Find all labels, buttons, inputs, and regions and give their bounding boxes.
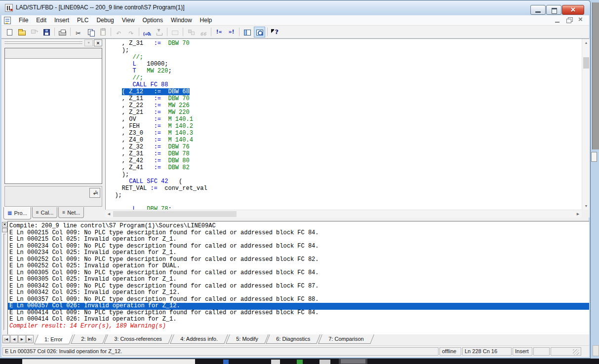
- code-line[interactable]: CALL FC 88: [108, 81, 582, 88]
- error-line[interactable]: E Ln 000414 Col 009: No PLC type descrip…: [8, 310, 589, 317]
- menu-file[interactable]: File: [15, 15, 32, 25]
- error-line[interactable]: E Ln 000234 Col 009: No PLC type descrip…: [8, 243, 589, 250]
- close-button[interactable]: [562, 5, 584, 15]
- scroll-left-arrow-icon[interactable]: ◀: [105, 210, 113, 218]
- output-tab-3-cross-references[interactable]: 3: Cross-references: [104, 334, 172, 344]
- taskbar-active-icon[interactable]: [339, 359, 367, 364]
- code-line[interactable]: , Z_22 := MW 226: [108, 102, 582, 109]
- taskbar-icon[interactable]: [271, 360, 280, 364]
- error-line[interactable]: E Ln 000342 Col 025: Invalid operation f…: [8, 290, 589, 296]
- open-file-button[interactable]: [16, 27, 28, 37]
- context-help-button[interactable]: [270, 27, 281, 37]
- compiler-result-line[interactable]: Compiler result: 14 Error(s), 189 Warnin…: [8, 323, 589, 330]
- toggle-detail-view-button[interactable]: [254, 27, 265, 37]
- document-icon[interactable]: [4, 17, 11, 24]
- mdi-minimize-button[interactable]: [555, 17, 560, 23]
- error-line[interactable]: E Ln 000234 Col 025: Invalid operation f…: [8, 250, 589, 256]
- mdi-close-button[interactable]: [578, 17, 584, 23]
- scroll-up-arrow-icon[interactable]: ▲: [582, 39, 590, 46]
- error-line-selected[interactable]: E Ln 000357 Col 026: Invalid operation f…: [8, 303, 589, 310]
- code-line[interactable]: , Z_11 := DBW 70: [108, 95, 582, 102]
- menu-help[interactable]: Help: [196, 15, 216, 25]
- error-line[interactable]: E Ln 000215 Col 025: Invalid operation f…: [8, 236, 589, 243]
- code-line[interactable]: );: [108, 47, 582, 54]
- output-tab-7-comparison[interactable]: 7: Comparison: [319, 334, 374, 344]
- code-line[interactable]: [108, 199, 582, 206]
- code-line[interactable]: //;: [108, 74, 582, 81]
- vertical-scrollbar-thumb[interactable]: [583, 57, 589, 69]
- horizontal-scrollbar-thumb[interactable]: [113, 211, 237, 217]
- code-line[interactable]: L 10000;: [108, 61, 582, 68]
- error-line[interactable]: E Ln 000305 Col 025: Invalid operation f…: [8, 276, 589, 283]
- menu-debug[interactable]: Debug: [92, 15, 118, 25]
- menu-edit[interactable]: Edit: [32, 15, 50, 25]
- output-close-button[interactable]: ×: [2, 222, 7, 227]
- output-tab-1-error[interactable]: 1: Error: [34, 334, 73, 344]
- output-splitter-handle[interactable]: [2, 228, 7, 232]
- code-line[interactable]: T MW 220;: [108, 68, 582, 74]
- code-line[interactable]: //;: [108, 54, 582, 61]
- code-line[interactable]: ( Z_12 := DBW 68: [108, 88, 582, 95]
- dock-tab-cal[interactable]: ≡Cal...: [32, 207, 58, 218]
- toggle-overview-button[interactable]: [241, 27, 253, 37]
- next-error-button[interactable]: »!: [226, 27, 237, 37]
- prev-tab-button[interactable]: ◀: [10, 335, 18, 343]
- previous-error-button[interactable]: !«: [213, 27, 225, 37]
- dock-tab-net[interactable]: ≡Net...: [58, 207, 84, 218]
- menu-plc[interactable]: PLC: [73, 15, 92, 25]
- code-line[interactable]: , Z_31 := DBW 70: [108, 40, 582, 47]
- mdi-restore-button[interactable]: [566, 17, 572, 23]
- taskbar-icon[interactable]: [319, 360, 330, 364]
- print-button[interactable]: [57, 27, 68, 37]
- editor-vertical-scrollbar[interactable]: ▲ ▼: [582, 39, 590, 210]
- overview-box[interactable]: [4, 48, 102, 184]
- scroll-down-arrow-icon[interactable]: ▼: [582, 202, 590, 210]
- new-file-button[interactable]: [4, 27, 15, 37]
- code-line[interactable]: L DBW 78;: [108, 206, 582, 210]
- minimize-button[interactable]: [530, 5, 546, 15]
- error-line[interactable]: E Ln 000357 Col 009: No PLC type descrip…: [8, 296, 589, 303]
- dock-tab-pro[interactable]: ▦Pro...: [3, 207, 31, 219]
- output-tab-2-info[interactable]: 2: Info: [71, 334, 106, 344]
- editor-horizontal-scrollbar[interactable]: ◀ ▶: [105, 210, 582, 218]
- stl-code-editor[interactable]: , Z_31 := DBW 70 ); //; L 10000; T MW 22…: [105, 39, 582, 210]
- output-splitter-groove[interactable]: [3, 234, 6, 330]
- menu-view[interactable]: View: [118, 15, 139, 25]
- code-line[interactable]: , Z_41 := DBW 82: [108, 164, 582, 171]
- error-line[interactable]: E Ln 000215 Col 009: No PLC type descrip…: [8, 230, 589, 237]
- error-line[interactable]: E Ln 000305 Col 009: No PLC type descrip…: [8, 270, 589, 277]
- dock-close-button[interactable]: ×: [94, 39, 102, 46]
- error-line[interactable]: E Ln 000414 Col 026: Invalid operation f…: [8, 316, 589, 323]
- last-tab-button[interactable]: ▶|: [26, 335, 34, 343]
- code-line[interactable]: RET_VAL := conv_ret_val: [108, 185, 582, 192]
- error-line[interactable]: E Ln 000252 Col 009: No PLC type descrip…: [8, 256, 589, 263]
- resize-grip[interactable]: [573, 349, 579, 356]
- code-line[interactable]: );: [108, 171, 582, 178]
- next-tab-button[interactable]: ▶: [18, 335, 26, 343]
- code-line[interactable]: , Z4_0 := M 140.4: [108, 137, 582, 144]
- code-line[interactable]: , Z3_0 := M 140.3: [108, 130, 582, 137]
- code-line[interactable]: , OV := M 140.1: [108, 116, 582, 123]
- dock-gripper[interactable]: [4, 40, 82, 44]
- taskbar-icon[interactable]: [223, 360, 229, 364]
- code-line[interactable]: );: [108, 192, 582, 199]
- taskbar-window-button[interactable]: [22, 359, 195, 364]
- menu-window[interactable]: Window: [167, 15, 196, 25]
- first-tab-button[interactable]: |◀: [2, 335, 10, 343]
- symbol-info-button[interactable]: [141, 27, 153, 37]
- code-line[interactable]: , FEH := M 140.2: [108, 123, 582, 130]
- error-list[interactable]: Compile: 200_9 line control\S7 Program(1…: [7, 221, 589, 334]
- output-tab-6-diagnostics[interactable]: 6: Diagnostics: [266, 334, 320, 344]
- code-line[interactable]: , Z_42 := DBW 80: [108, 157, 582, 164]
- save-button[interactable]: [41, 27, 52, 37]
- insert-symbol-button[interactable]: [89, 188, 100, 198]
- copy-button[interactable]: [85, 27, 96, 37]
- output-tab-4-address-info[interactable]: 4: Address info.: [170, 334, 228, 344]
- taskbar-icon[interactable]: [297, 360, 303, 364]
- code-line[interactable]: CALL SFC 42 (: [108, 178, 582, 185]
- error-line[interactable]: Compile: 200_9 line control\S7 Program(1…: [8, 223, 589, 230]
- error-line[interactable]: E Ln 000342 Col 009: No PLC type descrip…: [8, 283, 589, 290]
- menu-insert[interactable]: Insert: [50, 15, 73, 25]
- restore-button[interactable]: [546, 5, 561, 15]
- code-line[interactable]: , Z_31 := DBW 78: [108, 150, 582, 157]
